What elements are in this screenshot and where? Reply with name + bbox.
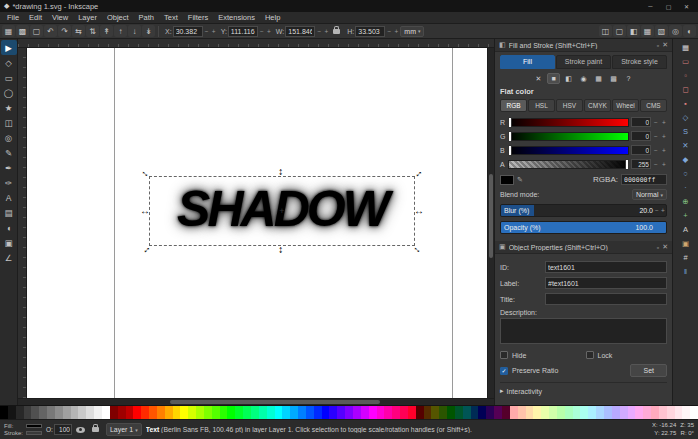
palette-swatch[interactable] bbox=[447, 406, 455, 419]
menu-path[interactable]: Path bbox=[134, 13, 159, 22]
palette-swatch[interactable] bbox=[86, 406, 94, 419]
blend-mode-dropdown[interactable]: Normal ▾ bbox=[632, 189, 667, 200]
menu-extensions[interactable]: Extensions bbox=[213, 13, 260, 22]
canvas[interactable]: SHADOW ↔ ↔ ↔ ↔ ↔ ↔ ↔ ↔ + bbox=[27, 48, 487, 398]
scale-handle-n[interactable]: ↔ bbox=[277, 167, 287, 177]
zoom-rotation-fields[interactable]: Z: 35 R: 0° bbox=[680, 422, 694, 436]
palette-swatch[interactable] bbox=[533, 406, 541, 419]
palette-swatch[interactable] bbox=[361, 406, 369, 419]
palette-swatch[interactable] bbox=[518, 406, 526, 419]
palette-swatch[interactable] bbox=[47, 406, 55, 419]
flip-vertical-icon[interactable]: ⇅ bbox=[86, 25, 99, 37]
palette-swatch[interactable] bbox=[243, 406, 251, 419]
tab-rgb[interactable]: RGB bbox=[500, 99, 527, 112]
palette-swatch[interactable] bbox=[620, 406, 628, 419]
tab-stroke-paint[interactable]: Stroke paint bbox=[556, 55, 611, 69]
palette-swatch[interactable] bbox=[24, 406, 32, 419]
snap-text-baseline-icon[interactable]: A bbox=[678, 223, 694, 236]
palette-swatch[interactable] bbox=[235, 406, 243, 419]
unknown-paint-icon[interactable]: ? bbox=[622, 73, 635, 84]
id-input[interactable] bbox=[545, 261, 667, 273]
green-value-input[interactable] bbox=[631, 131, 651, 141]
flip-horizontal-icon[interactable]: ⇆ bbox=[72, 25, 85, 37]
snap-bbox-icon[interactable]: ▭ bbox=[678, 55, 694, 68]
menu-text[interactable]: Text bbox=[159, 13, 183, 22]
scale-handle-s[interactable]: ↔ bbox=[277, 245, 287, 255]
menu-view[interactable]: View bbox=[47, 13, 73, 22]
snap-intersections-icon[interactable]: ✕ bbox=[678, 139, 694, 152]
blue-plus-button[interactable]: + bbox=[661, 147, 667, 154]
palette-swatch[interactable] bbox=[173, 406, 181, 419]
palette-swatch[interactable] bbox=[682, 406, 690, 419]
palette-swatch[interactable] bbox=[431, 406, 439, 419]
lower-to-bottom-icon[interactable]: ↡ bbox=[142, 25, 155, 37]
snap-path-icon[interactable]: S bbox=[678, 125, 694, 138]
palette-swatch[interactable] bbox=[55, 406, 63, 419]
palette-swatch[interactable] bbox=[675, 406, 683, 419]
palette-swatch[interactable] bbox=[549, 406, 557, 419]
bucket-tool[interactable]: ▣ bbox=[1, 235, 17, 250]
set-button[interactable]: Set bbox=[630, 364, 667, 377]
palette-swatch[interactable] bbox=[494, 406, 502, 419]
snap-bbox-centers-icon[interactable]: ▪ bbox=[678, 97, 694, 110]
blue-slider[interactable] bbox=[508, 146, 629, 155]
split-view-icon[interactable]: ◐ bbox=[683, 25, 696, 37]
palette-swatch[interactable] bbox=[478, 406, 486, 419]
palette-swatch[interactable] bbox=[612, 406, 620, 419]
palette-swatch[interactable] bbox=[298, 406, 306, 419]
palette-swatch[interactable] bbox=[188, 406, 196, 419]
palette-swatch[interactable] bbox=[565, 406, 573, 419]
spiral-tool[interactable]: ◎ bbox=[1, 130, 17, 145]
radial-gradient-icon[interactable]: ◉ bbox=[577, 73, 590, 84]
palette-swatch[interactable] bbox=[220, 406, 228, 419]
palette-swatch[interactable] bbox=[659, 406, 667, 419]
affect-gradient-toggle-icon[interactable]: ◧ bbox=[627, 25, 640, 37]
x-minus-button[interactable]: − bbox=[204, 28, 210, 35]
alpha-value-input[interactable] bbox=[631, 159, 651, 169]
palette-swatch[interactable] bbox=[643, 406, 651, 419]
palette-swatch[interactable] bbox=[667, 406, 675, 419]
palette-swatch[interactable] bbox=[102, 406, 110, 419]
palette-swatch[interactable] bbox=[78, 406, 86, 419]
raise-to-top-icon[interactable]: ↟ bbox=[100, 25, 113, 37]
menu-object[interactable]: Object bbox=[102, 13, 134, 22]
x-plus-button[interactable]: + bbox=[211, 28, 217, 35]
affect-stroke-toggle-icon[interactable]: ◫ bbox=[599, 25, 612, 37]
palette-swatch[interactable] bbox=[126, 406, 134, 419]
palette-swatch[interactable] bbox=[196, 406, 204, 419]
snap-rotation-centers-icon[interactable]: + bbox=[678, 209, 694, 222]
palette-swatch[interactable] bbox=[71, 406, 79, 419]
palette-swatch[interactable] bbox=[306, 406, 314, 419]
palette-swatch[interactable] bbox=[118, 406, 126, 419]
palette-swatch[interactable] bbox=[165, 406, 173, 419]
snap-bbox-corners-icon[interactable]: ◻ bbox=[678, 83, 694, 96]
palette-swatch[interactable] bbox=[133, 406, 141, 419]
box3d-tool[interactable]: ◫ bbox=[1, 115, 17, 130]
layer-lock-icon[interactable] bbox=[92, 427, 99, 432]
palette-swatch[interactable] bbox=[463, 406, 471, 419]
tab-hsl[interactable]: HSL bbox=[528, 99, 555, 112]
no-paint-icon[interactable]: ✕ bbox=[532, 73, 545, 84]
palette-swatch[interactable] bbox=[141, 406, 149, 419]
snap-guides-icon[interactable]: ‖ bbox=[678, 265, 694, 278]
x-input[interactable] bbox=[173, 26, 203, 37]
label-input[interactable] bbox=[545, 277, 667, 289]
palette-swatch[interactable] bbox=[63, 406, 71, 419]
rectangle-tool[interactable]: ▭ bbox=[1, 70, 17, 85]
flat-color-icon[interactable]: ■ bbox=[547, 73, 560, 84]
select-all-icon[interactable]: ▦ bbox=[2, 25, 15, 37]
w-minus-button[interactable]: − bbox=[316, 28, 322, 35]
blue-value-input[interactable] bbox=[631, 145, 651, 155]
scale-handle-w[interactable]: ↔ bbox=[140, 206, 150, 216]
deselect-icon[interactable]: ▢ bbox=[30, 25, 43, 37]
affect-corners-toggle-icon[interactable]: ▢ bbox=[613, 25, 626, 37]
palette-swatch[interactable] bbox=[392, 406, 400, 419]
palette-swatch[interactable] bbox=[0, 406, 8, 419]
w-input[interactable] bbox=[285, 26, 315, 37]
snap-bbox-edges-icon[interactable]: ▫ bbox=[678, 69, 694, 82]
palette-swatch[interactable] bbox=[322, 406, 330, 419]
palette-swatch[interactable] bbox=[604, 406, 612, 419]
palette-swatch[interactable] bbox=[8, 406, 16, 419]
vertical-scrollbar[interactable] bbox=[487, 48, 494, 398]
blue-minus-button[interactable]: − bbox=[653, 147, 659, 154]
